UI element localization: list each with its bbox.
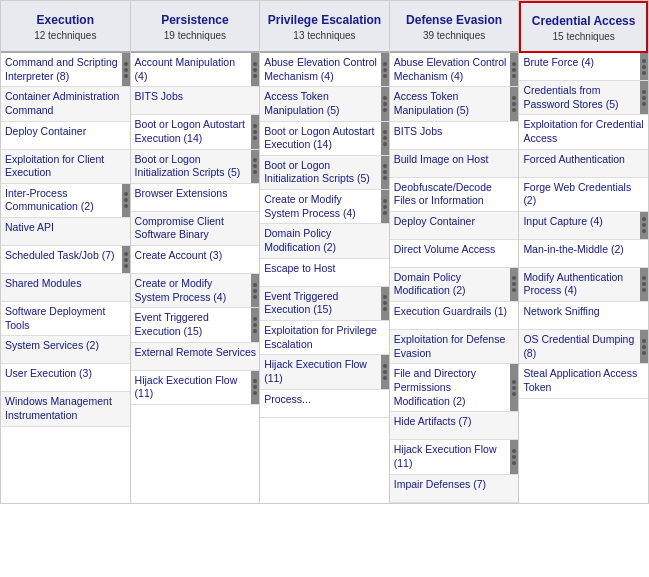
list-item: Exploitation for Privilege Escalation (260, 321, 389, 355)
item-label[interactable]: Exploitation for Client Execution (1, 150, 130, 183)
item-label[interactable]: User Execution (3) (1, 364, 130, 391)
list-item: Command and Scripting Interpreter (8) (1, 53, 130, 87)
col-title-credential-access: Credential Access (532, 14, 636, 28)
list-item: Hijack Execution Flow (11) (260, 355, 389, 389)
list-item: Exploitation for Credential Access (519, 115, 648, 149)
item-label[interactable]: Deobfuscate/Decode Files or Information (390, 178, 519, 211)
item-label[interactable]: Boot or Logon Initialization Scripts (5) (260, 156, 381, 189)
item-label[interactable]: Hide Artifacts (7) (390, 412, 519, 439)
item-label[interactable]: Exploitation for Defense Evasion (390, 330, 519, 363)
item-label[interactable]: Windows Management Instrumentation (1, 392, 130, 425)
item-label[interactable]: System Services (2) (1, 336, 130, 363)
column-execution: Execution12 techniquesCommand and Script… (1, 1, 131, 503)
item-label[interactable]: Native API (1, 218, 130, 245)
item-label[interactable]: Deploy Container (390, 212, 519, 239)
item-label[interactable]: Network Sniffing (519, 302, 648, 329)
item-label[interactable]: Abuse Elevation Control Mechanism (4) (390, 53, 511, 86)
item-label[interactable]: Execution Guardrails (1) (390, 302, 519, 329)
item-label[interactable]: Forge Web Credentials (2) (519, 178, 648, 211)
item-label[interactable]: Direct Volume Access (390, 240, 519, 267)
item-label[interactable]: Access Token Manipulation (5) (390, 87, 511, 120)
item-label[interactable]: Boot or Logon Initialization Scripts (5) (131, 150, 252, 183)
item-label[interactable]: BITS Jobs (131, 87, 260, 114)
item-label[interactable]: Abuse Elevation Control Mechanism (4) (260, 53, 381, 86)
item-label[interactable]: Create or Modify System Process (4) (131, 274, 252, 307)
col-subtitle-execution: 12 techniques (34, 30, 96, 41)
item-label[interactable]: Domain Policy Modification (2) (390, 268, 511, 301)
list-item: Input Capture (4) (519, 212, 648, 240)
item-bar (122, 184, 130, 217)
list-item: Abuse Elevation Control Mechanism (4) (260, 53, 389, 87)
item-label[interactable]: External Remote Services (131, 343, 260, 370)
item-label[interactable]: Hijack Execution Flow (11) (390, 440, 511, 473)
item-label[interactable]: Create Account (3) (131, 246, 260, 273)
item-label[interactable]: Browser Extensions (131, 184, 260, 211)
list-item: Account Manipulation (4) (131, 53, 260, 87)
item-label[interactable]: Account Manipulation (4) (131, 53, 252, 86)
item-label[interactable]: BITS Jobs (390, 122, 519, 149)
item-bar (510, 87, 518, 120)
item-bar (640, 330, 648, 363)
list-item: Network Sniffing (519, 302, 648, 330)
col-subtitle-defense-evasion: 39 techniques (423, 30, 485, 41)
item-label[interactable]: File and Directory Permissions Modificat… (390, 364, 511, 411)
column-credential-access: Credential Access15 techniquesBrute Forc… (519, 1, 648, 503)
item-label[interactable]: Access Token Manipulation (5) (260, 87, 381, 120)
item-bar (381, 156, 389, 189)
item-label[interactable]: Software Deployment Tools (1, 302, 130, 335)
item-label[interactable]: Man-in-the-Middle (2) (519, 240, 648, 267)
list-item: Steal Application Access Token (519, 364, 648, 398)
item-label[interactable]: Event Triggered Execution (15) (131, 308, 252, 341)
item-label[interactable]: Escape to Host (260, 259, 389, 286)
item-label[interactable]: OS Credential Dumping (8) (519, 330, 640, 363)
list-item: External Remote Services (131, 343, 260, 371)
item-label[interactable]: Create or Modify System Process (4) (260, 190, 381, 223)
item-label[interactable]: Build Image on Host (390, 150, 519, 177)
item-label[interactable]: Deploy Container (1, 122, 130, 149)
item-bar (640, 212, 648, 239)
list-item: Scheduled Task/Job (7) (1, 246, 130, 274)
item-label[interactable]: Boot or Logon Autostart Execution (14) (131, 115, 252, 148)
item-label[interactable]: Event Triggered Execution (15) (260, 287, 381, 320)
item-label[interactable]: Container Administration Command (1, 87, 130, 120)
list-item: Deploy Container (390, 212, 519, 240)
list-item: Execution Guardrails (1) (390, 302, 519, 330)
col-header-execution: Execution12 techniques (1, 1, 130, 53)
item-label[interactable]: Exploitation for Credential Access (519, 115, 648, 148)
item-label[interactable]: Command and Scripting Interpreter (8) (1, 53, 122, 86)
list-item: Event Triggered Execution (15) (260, 287, 389, 321)
item-label[interactable]: Input Capture (4) (519, 212, 640, 239)
col-header-privilege-escalation: Privilege Escalation13 techniques (260, 1, 389, 53)
list-item: Hide Artifacts (7) (390, 412, 519, 440)
list-item: Shared Modules (1, 274, 130, 302)
item-label[interactable]: Shared Modules (1, 274, 130, 301)
column-persistence: Persistence19 techniquesAccount Manipula… (131, 1, 261, 503)
list-item: Forge Web Credentials (2) (519, 178, 648, 212)
list-item: Hijack Execution Flow (11) (131, 371, 260, 405)
list-item: Deobfuscate/Decode Files or Information (390, 178, 519, 212)
item-label[interactable]: Brute Force (4) (519, 53, 640, 80)
list-item: Impair Defenses (7) (390, 475, 519, 503)
item-label[interactable]: Process... (260, 390, 389, 417)
item-label[interactable]: Modify Authentication Process (4) (519, 268, 640, 301)
item-bar (251, 308, 259, 341)
column-defense-evasion: Defense Evasion39 techniquesAbuse Elevat… (390, 1, 520, 503)
item-label[interactable]: Hijack Execution Flow (11) (131, 371, 252, 404)
item-label[interactable]: Inter-Process Communication (2) (1, 184, 122, 217)
item-bar (251, 371, 259, 404)
item-label[interactable]: Hijack Execution Flow (11) (260, 355, 381, 388)
list-item: Direct Volume Access (390, 240, 519, 268)
item-bar (381, 53, 389, 86)
item-label[interactable]: Steal Application Access Token (519, 364, 648, 397)
item-label[interactable]: Impair Defenses (7) (390, 475, 519, 502)
item-label[interactable]: Compromise Client Software Binary (131, 212, 260, 245)
item-label[interactable]: Exploitation for Privilege Escalation (260, 321, 389, 354)
list-item: Boot or Logon Initialization Scripts (5) (131, 150, 260, 184)
item-label[interactable]: Forced Authentication (519, 150, 648, 177)
item-label[interactable]: Credentials from Password Stores (5) (519, 81, 640, 114)
item-label[interactable]: Boot or Logon Autostart Execution (14) (260, 122, 381, 155)
item-label[interactable]: Domain Policy Modification (2) (260, 224, 389, 257)
item-bar (381, 87, 389, 120)
item-label[interactable]: Scheduled Task/Job (7) (1, 246, 122, 273)
item-bar (251, 53, 259, 86)
